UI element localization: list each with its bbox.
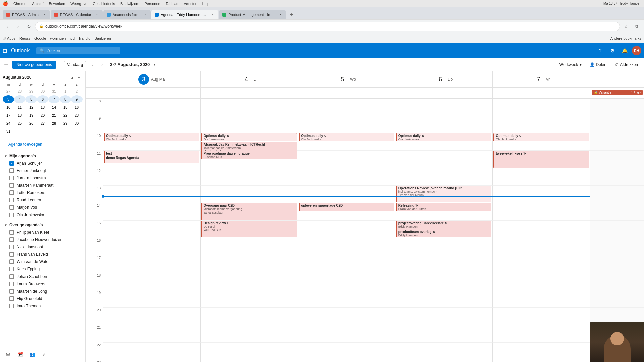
tasks-nav-icon[interactable]: ✓ xyxy=(39,349,50,360)
cal-day[interactable]: 10 xyxy=(3,103,14,111)
time-cell-day2-hour17[interactable] xyxy=(298,255,395,273)
time-cell-day1-hour8[interactable] xyxy=(201,99,298,116)
time-cell-day1-hour22[interactable] xyxy=(201,343,298,360)
time-cell-day2-hour13[interactable] xyxy=(298,186,395,203)
sidebar-toggle-icon[interactable]: ☰ xyxy=(4,62,8,67)
close-tab-btn[interactable]: × xyxy=(95,12,99,17)
time-cell-day2-hour23[interactable] xyxy=(298,360,395,362)
time-cell-day1-hour15[interactable] xyxy=(201,221,298,238)
cal-day[interactable]: 11 xyxy=(14,103,25,111)
bookmark-iccl[interactable]: iccl xyxy=(70,36,75,40)
time-cell-day3-hour23[interactable] xyxy=(395,360,493,362)
calendar-item-arjan[interactable]: ✓ Arjan Schuijer xyxy=(0,160,85,167)
cal-day[interactable]: 13 xyxy=(37,103,48,111)
day-header-thu[interactable]: 6 Do xyxy=(395,71,493,87)
close-tab-btn[interactable]: × xyxy=(278,12,283,17)
day-header-tue[interactable]: 4 Di xyxy=(201,71,298,87)
calendar-checkbox[interactable] xyxy=(9,282,14,286)
time-cell-day2-hour11[interactable] xyxy=(298,151,395,168)
calendar-item-frans[interactable]: Frans van Esveld xyxy=(0,251,85,258)
day-header-mon[interactable]: 3 Aug Ma xyxy=(103,71,201,87)
time-cell-day2-hour9[interactable] xyxy=(298,116,395,133)
tab-agenda-active[interactable]: Agenda - Eddy Hamoen - Out... × xyxy=(151,10,218,19)
cal-day[interactable]: 25 xyxy=(14,119,25,127)
time-cell-day3-hour17[interactable] xyxy=(395,255,493,273)
date-range-label[interactable]: 3-7 Augustus, 2020 xyxy=(108,61,152,68)
time-cell-day4-hour23[interactable] xyxy=(493,360,590,362)
cal-day[interactable]: 18 xyxy=(14,111,25,119)
time-cell-day1-hour18[interactable] xyxy=(201,273,298,290)
calendar-item-laura[interactable]: Laura Brouwers xyxy=(0,280,85,288)
time-cell-day4-hour14[interactable] xyxy=(493,203,590,221)
close-tab-btn[interactable]: × xyxy=(42,12,47,17)
cal-day[interactable]: 12 xyxy=(25,103,37,111)
time-cell-day3-hour16[interactable] xyxy=(395,238,493,255)
menu-geschiedenis[interactable]: Geschiedenis xyxy=(93,2,115,6)
time-cell-day1-hour19[interactable] xyxy=(201,290,298,308)
menu-bladwijzers[interactable]: Bladwijzers xyxy=(120,2,139,6)
extensions-btn[interactable]: ⧉ xyxy=(632,22,641,31)
time-cell-day2-hour8[interactable] xyxy=(298,99,395,116)
calendar-checkbox[interactable] xyxy=(9,190,14,195)
other-calendars-header[interactable]: ▼ Overige agenda's xyxy=(0,221,85,229)
calendar-item-jurrien[interactable]: Jurrien Loonstra xyxy=(0,174,85,182)
calendar-item-johan[interactable]: Johan Schobben xyxy=(0,273,85,280)
calendar-checkbox[interactable] xyxy=(9,296,14,301)
time-cell-day4-hour10[interactable] xyxy=(493,133,590,151)
calendar-checkbox[interactable] xyxy=(9,176,14,180)
cal-day[interactable]: 28 xyxy=(48,119,60,127)
time-cell-day4-hour15[interactable] xyxy=(493,221,590,238)
calendar-checkbox[interactable] xyxy=(9,267,14,272)
werkweek-btn[interactable]: Werkweek ▾ xyxy=(557,61,584,68)
bookmark-google[interactable]: Google xyxy=(34,36,46,40)
time-cell-day4-hour19[interactable] xyxy=(493,290,590,308)
calendar-item-ola[interactable]: Ola Jankowska xyxy=(0,211,85,219)
mini-cal-next[interactable]: ▼ xyxy=(76,74,83,81)
user-avatar[interactable]: EH xyxy=(632,46,641,55)
time-cell-day4-hour17[interactable] xyxy=(493,255,590,273)
day-header-wed[interactable]: 5 Wo xyxy=(298,71,395,87)
calendar-item-nick[interactable]: Nick Haasnoot xyxy=(0,243,85,251)
forward-btn[interactable]: › xyxy=(13,22,23,31)
cal-day[interactable]: 31 xyxy=(48,87,60,95)
calendar-item-maarten-j[interactable]: Maarten de Jong xyxy=(0,288,85,295)
time-cell-day4-hour20[interactable] xyxy=(493,308,590,325)
time-cell-day2-hour22[interactable] xyxy=(298,343,395,360)
time-cell-day0-hour17[interactable] xyxy=(103,255,201,273)
time-cell-day0-hour11[interactable] xyxy=(103,151,201,168)
time-cell-day3-hour21[interactable] xyxy=(395,325,493,343)
calendar-checkbox[interactable] xyxy=(9,183,14,188)
bookmark-regas[interactable]: Regas xyxy=(19,36,30,40)
calendar-checkbox[interactable] xyxy=(9,230,14,235)
calendar-checkbox[interactable] xyxy=(9,259,14,264)
cal-day[interactable]: 24 xyxy=(3,119,14,127)
time-cell-day1-hour17[interactable] xyxy=(201,255,298,273)
cal-day[interactable]: 15 xyxy=(60,103,71,111)
calendar-checkbox[interactable] xyxy=(9,237,14,242)
time-cell-day1-hour9[interactable] xyxy=(201,116,298,133)
next-week-btn[interactable]: › xyxy=(98,61,106,69)
new-event-btn[interactable]: Nieuwe gebeurtenis xyxy=(12,61,56,69)
time-cell-day4-hour13[interactable] xyxy=(493,186,590,203)
calendar-checkbox[interactable] xyxy=(9,289,14,294)
time-cell-day0-hour8[interactable] xyxy=(103,99,201,116)
cal-day[interactable]: 7 xyxy=(48,95,60,103)
time-cell-day3-hour18[interactable] xyxy=(395,273,493,290)
cal-day[interactable]: 2 xyxy=(71,87,83,95)
calendar-item-esther[interactable]: Esther Janknegt xyxy=(0,167,85,174)
menu-chrome[interactable]: Chrome xyxy=(13,2,26,6)
reload-btn[interactable]: ↻ xyxy=(24,22,34,31)
time-cell-day2-hour21[interactable] xyxy=(298,325,395,343)
time-cell-day1-hour16[interactable] xyxy=(201,238,298,255)
time-cell-day3-hour8[interactable] xyxy=(395,99,493,116)
cal-day[interactable]: 21 xyxy=(48,111,60,119)
apple-logo[interactable]: 🍎 xyxy=(3,1,8,6)
calendar-item-imro[interactable]: Imro Themen xyxy=(0,302,85,310)
time-cell-day3-hour14[interactable] xyxy=(395,203,493,221)
cal-day[interactable]: 17 xyxy=(3,111,14,119)
time-cell-day4-hour16[interactable] xyxy=(493,238,590,255)
cal-day[interactable]: 9 xyxy=(71,95,83,103)
cal-day[interactable]: 27 xyxy=(3,87,14,95)
calendar-checkbox[interactable] xyxy=(9,198,14,202)
time-cell-day3-hour22[interactable] xyxy=(395,343,493,360)
